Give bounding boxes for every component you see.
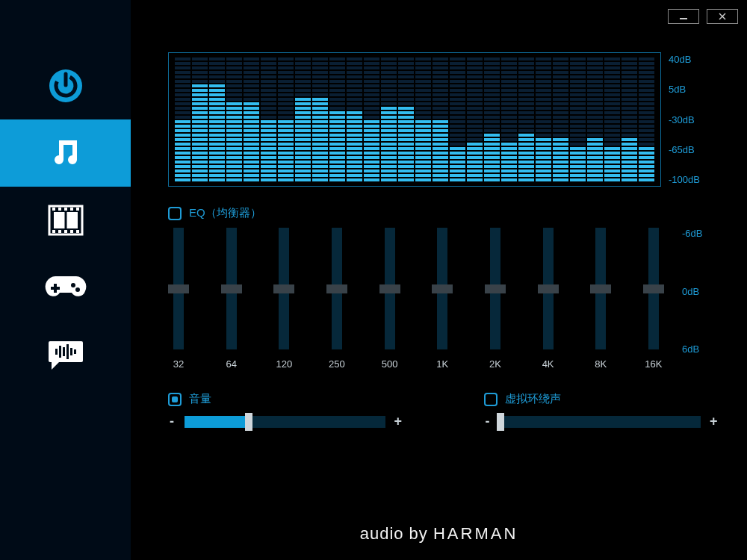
eq-slider-thumb[interactable]: [485, 284, 506, 293]
eq-slider[interactable]: [173, 228, 184, 349]
eq-freq-label: 2K: [489, 358, 501, 370]
eq-slider-thumb[interactable]: [643, 284, 664, 293]
music-icon: [49, 136, 83, 170]
eq-slider-thumb[interactable]: [379, 284, 400, 293]
svg-rect-24: [59, 346, 61, 358]
eq-band: 250: [326, 228, 347, 370]
surround-group: 虚拟环绕声 - +: [484, 392, 718, 429]
svg-rect-10: [64, 208, 67, 211]
spectrum-bar: [347, 57, 362, 181]
eq-slider[interactable]: [437, 228, 447, 349]
spectrum-bar: [295, 57, 311, 181]
eq-freq-label: 250: [329, 358, 345, 370]
surround-minus-button[interactable]: -: [484, 414, 492, 429]
svg-rect-27: [70, 348, 72, 355]
sidebar-item-movie[interactable]: [0, 187, 131, 254]
eq-band: 4K: [538, 228, 559, 370]
eq-band: 120: [273, 228, 294, 370]
gamepad-icon: [45, 273, 87, 302]
spectrum-bar: [415, 57, 431, 181]
eq-slider-thumb[interactable]: [432, 284, 453, 293]
spectrum-bar: [501, 57, 517, 181]
spectrum-bar: [536, 57, 551, 181]
eq-band: 2K: [485, 228, 506, 370]
volume-minus-button[interactable]: -: [168, 414, 176, 429]
spectrum-scale-label: 5dB: [669, 84, 713, 95]
spectrum-bar: [192, 57, 208, 181]
spectrum-bar: [364, 57, 379, 181]
eq-band: 64: [221, 228, 242, 370]
eq-scale: -6dB 0dB 6dB: [682, 228, 702, 355]
spectrum-scale: 40dB 5dB -30dB -65dB -100dB: [669, 52, 713, 187]
spectrum-bar: [484, 57, 500, 181]
eq-slider[interactable]: [490, 228, 500, 349]
footer-branding: audio by HARMAN: [131, 524, 747, 544]
spectrum-bar: [570, 57, 586, 181]
main-panel: 40dB 5dB -30dB -65dB -100dB EQ（均衡器） 3264…: [131, 0, 747, 560]
eq-freq-label: 4K: [542, 358, 554, 370]
sidebar-item-game[interactable]: [0, 254, 131, 321]
svg-rect-15: [64, 230, 67, 233]
svg-rect-8: [52, 208, 55, 211]
eq-slider[interactable]: [385, 228, 395, 349]
eq-slider-thumb[interactable]: [273, 284, 294, 293]
sidebar-item-voice[interactable]: [0, 321, 131, 388]
spectrum-bar: [398, 57, 414, 181]
sidebar-item-music[interactable]: [0, 119, 131, 187]
eq-freq-label: 8K: [595, 358, 607, 370]
eq-label: EQ（均衡器）: [189, 206, 261, 220]
surround-slider[interactable]: [500, 416, 701, 428]
volume-checkbox[interactable]: [168, 393, 182, 406]
spectrum-bar: [175, 57, 190, 181]
eq-slider[interactable]: [226, 228, 237, 349]
eq-slider[interactable]: [648, 228, 659, 349]
eq-slider[interactable]: [332, 228, 342, 349]
eq-slider[interactable]: [543, 228, 554, 349]
eq-slider-thumb[interactable]: [590, 284, 611, 293]
volume-label: 音量: [189, 392, 211, 406]
spectrum-bar: [467, 57, 483, 181]
svg-rect-25: [63, 347, 65, 356]
eq-band: 32: [168, 228, 189, 370]
eq-freq-label: 1K: [436, 358, 448, 370]
volume-slider[interactable]: [185, 416, 385, 428]
eq-sliders: 32641202505001K2K4K8K16K: [168, 228, 669, 370]
footer-prefix: audio by: [360, 524, 433, 543]
eq-slider-thumb[interactable]: [326, 284, 347, 293]
spectrum-bar: [209, 57, 225, 181]
eq-freq-label: 16K: [645, 358, 662, 370]
spectrum-bar: [312, 57, 328, 181]
spectrum-bar: [518, 57, 534, 181]
eq-slider-thumb[interactable]: [221, 284, 242, 293]
volume-plus-button[interactable]: +: [394, 414, 402, 429]
eq-slider[interactable]: [595, 228, 606, 349]
svg-rect-17: [76, 230, 79, 233]
spectrum-bar: [261, 57, 276, 181]
sidebar-item-power[interactable]: [0, 52, 131, 119]
eq-band: 16K: [643, 228, 664, 370]
svg-point-22: [75, 287, 80, 292]
eq-freq-label: 32: [173, 358, 184, 370]
svg-rect-26: [66, 344, 69, 359]
eq-band: 500: [379, 228, 400, 370]
svg-rect-23: [55, 349, 58, 355]
spectrum-bar: [381, 57, 397, 181]
volume-slider-thumb[interactable]: [245, 413, 252, 431]
eq-scale-label: -6dB: [682, 228, 702, 239]
eq-slider-thumb[interactable]: [168, 284, 189, 293]
eq-slider-thumb[interactable]: [538, 284, 559, 293]
surround-plus-button[interactable]: +: [710, 414, 717, 429]
surround-checkbox[interactable]: [484, 393, 498, 406]
eq-checkbox[interactable]: [168, 207, 182, 220]
spectrum-bar: [622, 57, 637, 181]
eq-band: 1K: [432, 228, 453, 370]
surround-label: 虚拟环绕声: [505, 392, 561, 406]
spectrum-scale-label: -65dB: [669, 144, 713, 155]
eq-slider[interactable]: [279, 228, 289, 349]
svg-rect-16: [70, 230, 73, 233]
surround-slider-thumb[interactable]: [497, 413, 504, 431]
eq-scale-label: 0dB: [682, 286, 702, 297]
spectrum-bar: [433, 57, 448, 181]
spectrum-bar: [639, 57, 654, 181]
spectrum-bar: [329, 57, 345, 181]
